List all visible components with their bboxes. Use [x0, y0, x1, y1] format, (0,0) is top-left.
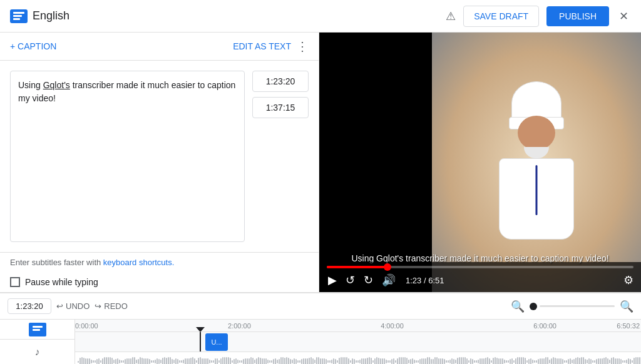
wave-bar	[284, 358, 285, 365]
save-draft-button[interactable]: SAVE DRAFT	[463, 6, 539, 27]
wave-bar	[153, 360, 154, 362]
wave-bar	[205, 358, 207, 364]
wave-bar	[194, 358, 195, 364]
wave-bar	[479, 358, 481, 364]
wave-bar	[633, 358, 635, 364]
wave-bar	[517, 357, 518, 364]
wave-bar	[540, 358, 541, 364]
start-time-input[interactable]: 1:23:20	[252, 71, 309, 92]
wave-bar	[151, 360, 152, 363]
wave-bar	[564, 360, 565, 362]
wave-bar	[378, 358, 379, 364]
rewind-button[interactable]: ↺	[344, 272, 356, 288]
wave-bar	[468, 360, 469, 363]
wave-bar	[425, 358, 426, 364]
wave-bar	[170, 357, 171, 364]
wave-bar	[412, 358, 413, 364]
undo-label: UNDO	[66, 301, 90, 311]
caption-text-box[interactable]: Using Gqlot's transcriber made it much e…	[10, 71, 245, 242]
wave-bar	[624, 360, 625, 362]
forward-button[interactable]: ↻	[362, 272, 374, 288]
wave-bar	[551, 358, 552, 364]
wave-bar	[577, 357, 578, 364]
wave-bar	[147, 358, 148, 364]
wave-bar	[224, 357, 225, 364]
wave-bar	[113, 360, 115, 363]
wave-bar	[155, 360, 156, 364]
wave-bar	[286, 357, 287, 364]
caption-track-icon-row	[0, 320, 74, 340]
wave-bar	[181, 360, 182, 362]
progress-bar[interactable]	[327, 266, 633, 268]
wave-bar	[528, 359, 530, 364]
wave-bar	[335, 359, 336, 364]
more-options-icon[interactable]: ⋮	[296, 39, 309, 54]
wave-bar	[280, 357, 282, 364]
wave-bar	[209, 360, 210, 363]
wave-bar	[397, 358, 398, 364]
add-caption-button[interactable]: + CAPTION	[10, 41, 56, 51]
publish-button[interactable]: PUBLISH	[546, 6, 609, 26]
wave-bar	[324, 358, 325, 364]
wave-bar	[481, 358, 483, 364]
zoom-slider[interactable]	[530, 303, 615, 310]
wave-bar	[588, 358, 590, 364]
zoom-track[interactable]	[540, 305, 615, 307]
wave-bar	[136, 360, 137, 364]
wave-bar	[491, 360, 492, 363]
wave-bar	[160, 360, 162, 364]
tick-3: 6:00:00	[533, 322, 556, 330]
playhead[interactable]	[200, 332, 201, 351]
wave-bar	[508, 360, 509, 363]
wave-bar	[198, 358, 199, 364]
redo-button[interactable]: ↪ REDO	[95, 301, 128, 311]
wave-bar	[143, 358, 145, 364]
left-panel: + CAPTION EDIT AS TEXT ⋮ Using Gqlot's t…	[0, 33, 319, 292]
caption-track-icon	[29, 323, 46, 336]
wave-bar	[566, 360, 567, 362]
caption-block[interactable]: U...	[205, 333, 228, 351]
wave-bar	[504, 360, 505, 363]
wave-bar	[337, 360, 338, 363]
end-time-input[interactable]: 1:37:15	[252, 97, 309, 118]
caption-toolbar: + CAPTION EDIT AS TEXT ⋮	[0, 33, 319, 61]
video-controls: ▶ ↺ ↻ 🔊 1:23 / 6:51 ⚙	[319, 262, 641, 292]
wave-bar	[363, 358, 364, 364]
wave-bar	[371, 358, 372, 364]
close-button[interactable]: ✕	[617, 7, 631, 26]
subtitles-hint: Enter subtitles faster with keyboard sho…	[0, 252, 319, 272]
settings-button[interactable]: ⚙	[623, 273, 633, 287]
pause-checkbox[interactable]	[10, 277, 20, 287]
wave-bar	[354, 359, 355, 364]
undo-button[interactable]: ↩ UNDO	[56, 301, 90, 311]
wave-bar	[525, 358, 526, 364]
svg-rect-4	[33, 329, 40, 331]
wave-bar	[333, 358, 334, 364]
wave-bar	[485, 358, 486, 364]
wave-bar	[502, 358, 503, 364]
wave-bar	[172, 359, 173, 364]
wave-bar	[431, 359, 432, 364]
zoom-handle[interactable]	[530, 303, 537, 310]
wave-bar	[320, 358, 321, 364]
keyboard-shortcuts-link[interactable]: keyboard shortcuts.	[103, 258, 174, 267]
wave-bar	[277, 360, 278, 363]
zoom-in-button[interactable]: 🔍	[620, 300, 633, 313]
play-button[interactable]: ▶	[327, 272, 338, 288]
wave-bar	[119, 360, 120, 363]
wave-bar	[401, 357, 402, 364]
wave-bar	[100, 360, 101, 363]
wave-bar	[125, 359, 126, 364]
timeline-left-col: ♪	[0, 320, 75, 364]
volume-button[interactable]: 🔊	[381, 272, 397, 288]
timeline-right: 🔍 🔍	[511, 300, 633, 313]
feedback-icon[interactable]: ⚠	[446, 9, 456, 23]
edit-as-text-button[interactable]: EDIT AS TEXT	[233, 41, 291, 51]
zoom-out-button[interactable]: 🔍	[511, 300, 525, 313]
caption-area: Using Gqlot's transcriber made it much e…	[0, 61, 319, 252]
wave-bar	[303, 358, 304, 364]
tick-0: 0:00:00	[75, 322, 98, 330]
wave-bar	[556, 358, 558, 364]
wave-bar	[562, 359, 563, 363]
redo-label: REDO	[104, 301, 128, 311]
